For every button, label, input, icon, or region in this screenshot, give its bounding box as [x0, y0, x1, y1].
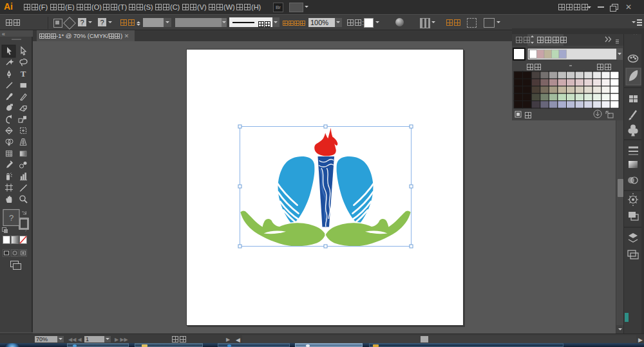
svg-text:?: ? [9, 213, 14, 223]
svg-text:?: ? [24, 228, 27, 232]
svg-text:T: T [21, 69, 26, 79]
